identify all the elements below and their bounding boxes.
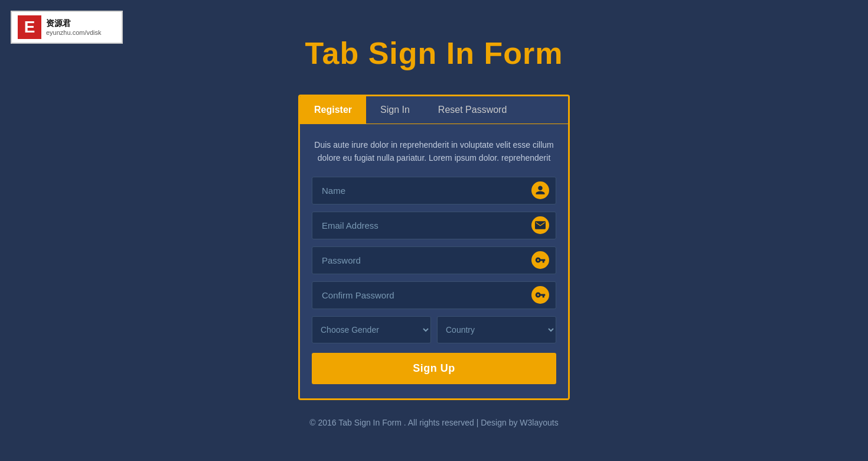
signup-button[interactable]: Sign Up [312,353,556,384]
name-input[interactable] [312,177,556,204]
form-description: Duis aute irure dolor in reprehenderit i… [312,138,556,165]
tab-register[interactable]: Register [300,96,366,124]
gender-select[interactable]: Choose Gender Male Female [312,316,431,343]
password-field-group [312,246,556,274]
user-icon [531,181,549,199]
country-select[interactable]: Country United States United Kingdom Can… [437,316,556,343]
tab-signin[interactable]: Sign In [366,96,424,124]
tab-reset-password[interactable]: Reset Password [424,96,521,124]
selects-row: Choose Gender Male Female Country United… [312,316,556,343]
confirm-password-input[interactable] [312,281,556,309]
tab-bar: Register Sign In Reset Password [300,96,568,124]
confirm-password-field-group [312,281,556,309]
footer-text: © 2016 Tab Sign In Form . All rights res… [309,418,558,427]
email-field-group [312,212,556,239]
name-field-group [312,177,556,204]
key-icon [531,251,549,269]
logo-letter: E [18,15,41,39]
email-icon [531,216,549,234]
confirm-key-icon [531,286,549,304]
form-body: Duis aute irure dolor in reprehenderit i… [300,124,568,398]
email-input[interactable] [312,212,556,239]
page-title: Tab Sign In Form [305,35,563,71]
logo-main-text: 资源君 [46,18,102,29]
logo-sub-text: eyunzhu.com/vdisk [46,29,102,36]
main-content: Tab Sign In Form Register Sign In Reset … [0,0,868,427]
logo: E 资源君 eyunzhu.com/vdisk [11,11,123,44]
form-card: Register Sign In Reset Password Duis aut… [298,95,570,400]
password-input[interactable] [312,246,556,274]
